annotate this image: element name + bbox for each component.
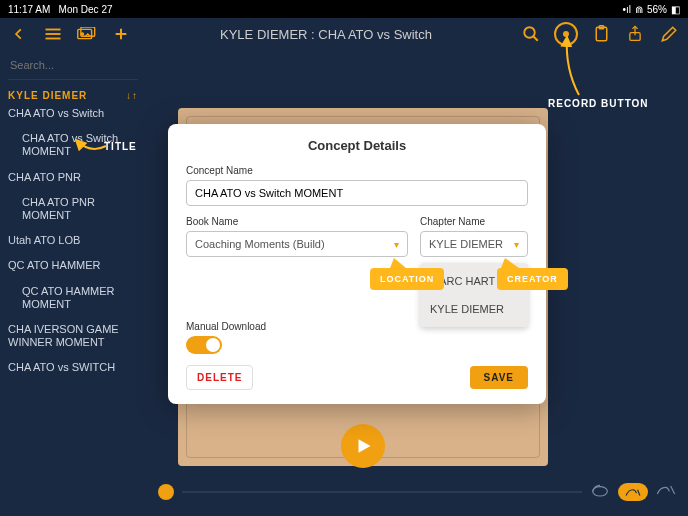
book-name-value: Coaching Moments (Build) xyxy=(195,238,325,250)
svg-point-5 xyxy=(81,33,83,35)
svg-point-8 xyxy=(524,27,535,38)
svg-line-9 xyxy=(533,36,538,41)
chevron-down-icon: ▾ xyxy=(514,239,519,250)
scrubber-track[interactable] xyxy=(182,491,582,493)
save-button[interactable]: SAVE xyxy=(470,366,529,389)
status-date: Mon Dec 27 xyxy=(59,4,113,15)
chapter-option[interactable]: KYLE DIEMER xyxy=(420,295,528,323)
chapter-name-select[interactable]: KYLE DIEMER ▾ xyxy=(420,231,528,257)
app-header: KYLE DIEMER : CHA ATO vs Switch xyxy=(0,18,688,50)
manual-download-toggle[interactable] xyxy=(186,336,222,354)
tree-item[interactable]: CHA ATO vs Switch xyxy=(8,101,138,126)
headphone-icon: ⋒ xyxy=(635,4,643,15)
slow-speed-icon[interactable] xyxy=(590,483,610,501)
status-time: 11:17 AM xyxy=(8,4,50,15)
annotation-creator-callout: CREATOR xyxy=(497,268,568,290)
chapter-name-label: Chapter Name xyxy=(420,216,528,227)
scrubber-handle[interactable] xyxy=(158,484,174,500)
menu-button[interactable] xyxy=(42,23,64,45)
modal-title: Concept Details xyxy=(186,138,528,153)
book-name-label: Book Name xyxy=(186,216,408,227)
fast-speed-icon[interactable] xyxy=(656,483,676,501)
tree-item[interactable]: CHA ATO vs SWITCH xyxy=(8,355,138,380)
tree-item[interactable]: Utah ATO LOB xyxy=(8,228,138,253)
concept-name-label: Concept Name xyxy=(186,165,528,176)
search-input[interactable] xyxy=(8,58,146,72)
annotation-location-callout: LOCATION xyxy=(370,268,444,290)
svg-rect-3 xyxy=(78,29,92,38)
concept-name-input[interactable] xyxy=(186,180,528,206)
normal-speed-toggle[interactable] xyxy=(618,483,648,501)
back-button[interactable] xyxy=(8,23,30,45)
delete-button[interactable]: DELETE xyxy=(186,365,253,390)
section-name: KYLE DIEMER xyxy=(8,90,87,101)
clipboard-button[interactable] xyxy=(590,23,612,45)
book-name-select[interactable]: Coaching Moments (Build) ▾ xyxy=(186,231,408,257)
chapter-name-value: KYLE DIEMER xyxy=(429,238,503,250)
sort-button[interactable]: ↓↑ xyxy=(126,90,138,101)
sidebar: › KYLE DIEMER ↓↑ CHA ATO vs Switch CHA A… xyxy=(0,50,146,516)
chevron-down-icon: ▾ xyxy=(394,239,399,250)
battery-percent: 56% xyxy=(647,4,667,15)
share-button[interactable] xyxy=(624,23,646,45)
status-bar: 11:17 AM Mon Dec 27 •ıl ⋒ 56% ◧ xyxy=(0,0,688,18)
concept-details-modal: Concept Details Concept Name Book Name C… xyxy=(168,124,546,404)
search-button[interactable] xyxy=(520,23,542,45)
cellular-icon: •ıl xyxy=(622,4,631,15)
tree-item[interactable]: QC ATO HAMMER xyxy=(8,253,138,278)
battery-icon: ◧ xyxy=(671,4,680,15)
tree-item[interactable]: CHA ATO PNR MOMENT xyxy=(8,190,138,228)
record-button[interactable] xyxy=(554,22,578,46)
edit-button[interactable] xyxy=(658,23,680,45)
header-title: KYLE DIEMER : CHA ATO vs Switch xyxy=(132,27,520,42)
tree-item[interactable]: QC ATO HAMMER MOMENT xyxy=(8,279,138,317)
annotation-title-label: TITLE xyxy=(104,141,137,152)
record-icon xyxy=(563,31,569,37)
tree-item[interactable]: CHA ATO PNR xyxy=(8,165,138,190)
svg-marker-15 xyxy=(359,439,371,453)
timeline-bar xyxy=(146,478,688,506)
play-button[interactable] xyxy=(341,424,385,468)
add-button[interactable] xyxy=(110,23,132,45)
tree-item[interactable]: CHA IVERSON GAME WINNER MOMENT xyxy=(8,317,138,355)
media-card-button[interactable] xyxy=(76,23,98,45)
annotation-record-label: RECORD BUTTON xyxy=(548,98,649,109)
